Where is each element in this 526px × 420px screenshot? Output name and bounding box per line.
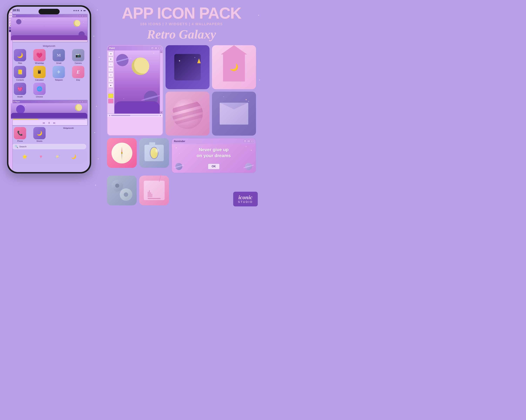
app-item-calculator[interactable]: 🖩 Calculator [31, 66, 48, 81]
showcase-row2: Reminder — □ ✕ ✦ ✦ ✦ ✦ Never give upon y… [107, 138, 256, 173]
canvas-star-2: ✦ [130, 58, 132, 59]
showcase-icon-home[interactable]: 🌙 [212, 45, 256, 89]
showcase-container: Paint — □ ✕ ★ ♥ ○ □ ◇ △ ■ [107, 45, 256, 136]
reminder-planet-left [175, 163, 182, 170]
cd-maximize[interactable]: □ [81, 101, 84, 103]
cd-player-window: CD Player — □ ✕ ✦ [10, 100, 88, 126]
dock-icon-planet[interactable]: 🪐 [52, 152, 62, 162]
main-title: APP ICON PACK [107, 5, 256, 21]
phone-search-bar[interactable]: 🔍 Search [12, 144, 86, 149]
app-item-telegram[interactable]: ✈ Telegram [50, 66, 68, 81]
app-label-contacts: Contacts [16, 79, 24, 81]
app-item-sheets[interactable]: 🌙 Sheets [31, 127, 48, 142]
close-btn[interactable]: ✕ [84, 15, 86, 17]
dock-icon-star[interactable]: ⭐ [20, 152, 30, 162]
scroll-down[interactable]: ▼ [160, 111, 162, 114]
reminder-close[interactable]: ✕ [251, 140, 253, 142]
sc-tool-heart[interactable]: ♥ [108, 57, 113, 61]
mail-star-1: ✦ [245, 98, 247, 101]
tool-oval[interactable]: ○ [9, 13, 12, 15]
showcase-icon-mail[interactable]: ✦ ✦ ✦ [212, 92, 256, 136]
cd-minimize[interactable]: — [79, 101, 81, 103]
reminder-message: Never give upon your dreams [175, 147, 252, 159]
showcase-icon-compass[interactable] [107, 138, 137, 168]
showcase-icon-settings[interactable] [107, 176, 137, 205]
app-item-gmail[interactable]: M Gmail [50, 49, 68, 64]
showcase-icon-wallpaper[interactable]: ✦ ✦ [165, 45, 210, 89]
phone-paint-canvas: ✦ ✦ [11, 17, 87, 40]
app-label-etsy: Etsy [76, 79, 80, 81]
showcase-paint-toolbar: ★ ♥ ○ □ ◇ △ ■ [108, 50, 114, 114]
cd-player-content: ✦ [11, 103, 87, 119]
sc-tool-tri[interactable]: △ [108, 78, 113, 82]
mail-star-2: ✦ [248, 100, 249, 102]
wifi-icon: ▲ [80, 9, 82, 11]
wallpaper-star-2: ✦ [194, 57, 195, 59]
app-item-health[interactable]: 💓 Health [11, 83, 29, 98]
reminder-minimize[interactable]: — [244, 140, 246, 142]
app-item-whatsapp[interactable]: 💗 WhatsApp [31, 49, 48, 64]
showcase-icon-radio[interactable] [139, 176, 169, 205]
wallpaper-star-1: ✦ [178, 59, 181, 63]
play-pause-button[interactable]: ⏸ [48, 121, 50, 124]
maximize-btn[interactable]: □ [81, 15, 84, 17]
showcase-right-bottom: ✦ ✦ ✦ [165, 92, 256, 136]
mail-star-3: ✦ [223, 96, 224, 98]
scroll-up[interactable]: ▲ [160, 50, 162, 53]
retro-galaxy-title: Retro Galaxy [107, 27, 256, 42]
app-label-telegram: Telegram [55, 79, 63, 81]
app-item-contacts[interactable]: 📒 Contacts [11, 66, 29, 81]
reminder-body: ✦ ✦ ✦ ✦ Never give upon your dreams [172, 144, 256, 162]
app-item-chrome[interactable]: 🌐 Chrome [31, 83, 48, 98]
prev-button[interactable]: ⏮ [43, 121, 45, 124]
showcase-win-controls: — □ ✕ [151, 47, 161, 49]
showcase-paint-bar: Paint — □ ✕ [108, 46, 162, 50]
moon-decoration [74, 20, 80, 27]
sc-tool-oval[interactable]: ○ [108, 62, 113, 67]
showcase-icon-camera[interactable] [139, 138, 169, 168]
paint-scroll-left[interactable]: ◀ [109, 115, 110, 116]
cd-close[interactable]: ✕ [84, 101, 86, 103]
showcase-minimize[interactable]: — [151, 47, 154, 49]
sc-tool-c1[interactable] [108, 88, 113, 93]
bg-star-2: ✦ [93, 35, 95, 38]
showcase-maximize[interactable]: □ [154, 47, 157, 49]
cd-cloud [11, 113, 87, 118]
sc-tool-c2[interactable] [108, 94, 113, 98]
sc-tool-rect[interactable]: □ [108, 67, 113, 72]
dock-icon-heart[interactable]: ♥ [36, 152, 46, 162]
cd-player-title: CD Player [12, 101, 20, 103]
sc-tool-c3[interactable] [108, 99, 113, 103]
cd-player-controls: ⏮ ⏸ ⏭ [11, 120, 87, 125]
app-item-files[interactable]: 🌙 Files [11, 49, 29, 64]
phone-paint-titlebar: Paint — □ ✕ [11, 14, 87, 17]
ok-button[interactable]: OK [208, 164, 220, 169]
app-item-phone[interactable]: 📞 Phone [11, 127, 29, 142]
status-icons: ▲▲▲ ▲ ▬ [73, 9, 86, 11]
app-item-etsy[interactable]: E Etsy [70, 66, 87, 81]
bg-star-5: ✦ [94, 131, 96, 134]
phone-frame: 18:51 ▲▲▲ ▲ ▬ Paint — □ ✕ [7, 5, 91, 174]
rem-star-4: ✦ [179, 153, 180, 154]
showcase-paint-title: Paint [109, 47, 115, 49]
sc-tool-square[interactable]: ■ [108, 83, 113, 88]
sc-tool-star[interactable]: ★ [108, 51, 113, 56]
sc-tool-diamond[interactable]: ◇ [108, 73, 113, 77]
showcase-close[interactable]: ✕ [158, 47, 161, 49]
cd-controls: — □ ✕ [79, 101, 86, 103]
next-button[interactable]: ⏭ [53, 121, 56, 124]
app-label-files: Files [18, 62, 22, 64]
app-item-camera[interactable]: 📷 Camera [70, 49, 87, 64]
paint-scroll-right[interactable]: ▶ [160, 115, 161, 116]
minimize-btn[interactable]: — [79, 15, 81, 17]
app-icon-phone: 📞 [14, 127, 26, 139]
app-item-widgetsmith-bottom[interactable]: Widgetsmith [50, 127, 87, 142]
dock-icon-moon[interactable]: 🌙 [69, 152, 79, 162]
reminder-controls: — □ ✕ [244, 140, 253, 142]
iconic-text: iconic [238, 195, 253, 200]
showcase-icon-ball[interactable] [165, 92, 210, 136]
app-label-phone: Phone [17, 140, 23, 142]
reminder-maximize[interactable]: □ [247, 140, 250, 142]
reminder-footer: OK [172, 162, 256, 173]
status-time: 18:51 [13, 9, 20, 12]
